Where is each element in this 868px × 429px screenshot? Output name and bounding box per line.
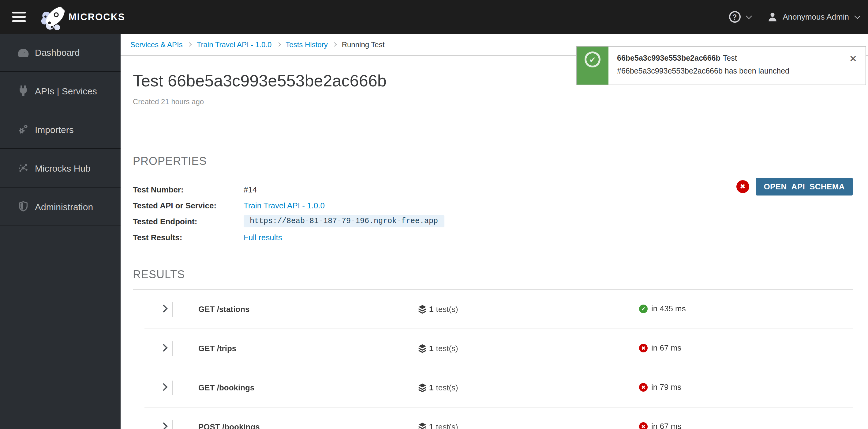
sidebar-item-apis-services[interactable]: APIs | Services: [0, 72, 121, 110]
breadcrumb-link-tests-history[interactable]: Tests History: [285, 40, 328, 49]
sidebar-item-label: Microcks Hub: [35, 163, 91, 173]
check-circle-icon: [585, 52, 600, 67]
operation-name: GET /trips: [198, 344, 236, 353]
operation-name: GET /bookings: [198, 383, 254, 392]
sidebar-item-importers[interactable]: Importers: [0, 110, 121, 149]
elapsed-time: in 79 ms: [651, 382, 681, 392]
user-name: Anonymous Admin: [783, 12, 849, 22]
brand-name: MICROCKS: [68, 11, 125, 22]
sidebar-item-dashboard[interactable]: Dashboard: [0, 34, 121, 72]
breadcrumb-link-services-apis[interactable]: Services & APIs: [130, 40, 183, 49]
status-icon: [639, 383, 648, 391]
divider: [172, 341, 173, 356]
status-icon: [639, 304, 648, 313]
tests-count-cell: 1 test(s): [418, 422, 458, 429]
sidebar-item-label: APIs | Services: [35, 85, 97, 96]
sidebar-item-label: Importers: [35, 124, 74, 135]
gears-icon: [18, 124, 29, 135]
runner-status: OPEN_API_SCHEMA: [736, 178, 853, 196]
divider: [172, 420, 173, 429]
test-result-row: GET /trips 1 test(s) in 67 ms: [145, 329, 853, 368]
test-result-row: GET /stations 1 test(s) in 435 ms: [145, 290, 853, 329]
toast-body: 66be5a3c993e553be2ac666bTest #66be5a3c99…: [609, 47, 866, 85]
bundle-icon: [418, 305, 427, 314]
runner-type-badge[interactable]: OPEN_API_SCHEMA: [756, 178, 853, 196]
toast-message: #66be5a3c993e553be2ac666b has been launc…: [617, 65, 857, 78]
error-circle-icon: [736, 180, 749, 193]
status-icon: [639, 422, 648, 429]
divider: [172, 302, 173, 317]
property-label: Test Number:: [133, 185, 244, 194]
results-section: RESULTS GET /stations 1 test(s) in 435 m…: [133, 268, 853, 429]
test-result-row: POST /bookings 1 test(s) in 67 ms: [145, 407, 853, 429]
help-icon[interactable]: [729, 11, 740, 23]
close-icon[interactable]: ✕: [849, 53, 857, 64]
tests-count-cell: 1 test(s): [418, 344, 458, 353]
sidebar-item-microcks-hub[interactable]: Microcks Hub: [0, 149, 121, 188]
plug-icon: [18, 85, 29, 96]
status-cell: in 79 ms: [639, 382, 681, 392]
sidebar-nav: Dashboard APIs | Services Importers: [0, 34, 121, 429]
brand[interactable]: MICROCKS: [39, 2, 125, 32]
toast-success-strip: [577, 47, 609, 85]
created-timestamp: Created 21 hours ago: [133, 97, 853, 106]
shield-icon: [18, 201, 29, 212]
bundle-icon: [418, 344, 427, 353]
chevron-right-icon: [333, 42, 337, 47]
results-list: GET /stations 1 test(s) in 435 ms GET /t…: [145, 290, 853, 429]
chevron-right-icon: [276, 42, 281, 47]
results-heading: RESULTS: [133, 268, 853, 281]
toast-notification: 66be5a3c993e553be2ac666bTest #66be5a3c99…: [576, 46, 866, 85]
gauge-icon: [18, 47, 29, 58]
properties-section: PROPERTIES Test Number: #14 Tested API o…: [133, 155, 853, 245]
tests-count-cell: 1 test(s): [418, 305, 458, 314]
menu-toggle-icon[interactable]: [12, 12, 26, 22]
test-number-value: #14: [244, 185, 257, 194]
property-label: Tested Endpoint:: [133, 217, 244, 226]
property-row: Tested API or Service: Train Travel API …: [133, 197, 853, 213]
toast-title: 66be5a3c993e553be2ac666bTest: [617, 52, 857, 65]
user-menu[interactable]: Anonymous Admin: [767, 11, 860, 22]
microcks-logo-icon: [39, 4, 66, 32]
bundle-icon: [418, 383, 427, 392]
sidebar-item-label: Administration: [35, 201, 93, 212]
navbar-right: Anonymous Admin: [729, 11, 860, 23]
breadcrumb-link-api-version[interactable]: Train Travel API - 1.0.0: [197, 40, 272, 49]
expand-chevron-icon[interactable]: [160, 383, 167, 391]
chevron-right-icon: [188, 42, 192, 47]
main-content: Services & APIs Train Travel API - 1.0.0…: [121, 34, 868, 429]
tests-count-cell: 1 test(s): [418, 383, 458, 392]
elapsed-time: in 67 ms: [651, 343, 681, 352]
properties-heading: PROPERTIES: [133, 155, 853, 168]
property-label: Test Results:: [133, 233, 244, 242]
status-cell: in 435 ms: [639, 304, 686, 313]
sidebar-item-label: Dashboard: [35, 47, 80, 58]
operation-name: POST /bookings: [198, 422, 260, 429]
chevron-down-icon: [854, 13, 860, 19]
app-root: MICROCKS Anonymous Admin Dashboard: [0, 0, 868, 429]
expand-chevron-icon[interactable]: [160, 422, 167, 429]
property-row: Tested Endpoint: https://8eab-81-187-79-…: [133, 213, 853, 229]
divider: [172, 380, 173, 395]
hub-icon: [18, 163, 29, 173]
status-icon: [639, 344, 648, 352]
expand-chevron-icon[interactable]: [160, 344, 167, 351]
property-label: Tested API or Service:: [133, 201, 244, 210]
test-result-row: GET /bookings 1 test(s) in 79 ms: [145, 368, 853, 407]
top-navbar: MICROCKS Anonymous Admin: [0, 0, 868, 34]
property-row: Test Results: Full results: [133, 229, 853, 245]
chevron-down-icon[interactable]: [746, 13, 752, 19]
tested-endpoint-value: https://8eab-81-187-79-196.ngrok-free.ap…: [244, 215, 444, 227]
status-cell: in 67 ms: [639, 343, 681, 352]
bundle-icon: [418, 422, 427, 429]
tested-api-link[interactable]: Train Travel API - 1.0.0: [244, 201, 325, 210]
status-cell: in 67 ms: [639, 422, 681, 429]
sidebar-item-administration[interactable]: Administration: [0, 188, 121, 226]
elapsed-time: in 435 ms: [651, 304, 686, 313]
full-results-link[interactable]: Full results: [244, 233, 282, 242]
elapsed-time: in 67 ms: [651, 422, 681, 429]
expand-chevron-icon[interactable]: [160, 305, 167, 312]
operation-name: GET /stations: [198, 305, 250, 314]
user-icon: [767, 11, 778, 22]
breadcrumb-current: Running Test: [342, 40, 385, 49]
